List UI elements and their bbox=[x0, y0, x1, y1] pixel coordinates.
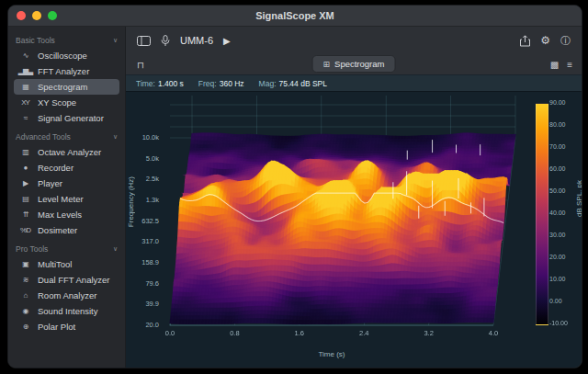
sidebar-item-sound-intensity[interactable]: ◉Sound Intensity bbox=[14, 303, 119, 319]
colorbar-tick-label: 80.00 bbox=[549, 121, 574, 129]
polar-plot-icon: ⊕ bbox=[17, 323, 33, 331]
sidebar-item-level-meter[interactable]: ▤Level Meter bbox=[14, 191, 119, 207]
freq-tick-label: 39.9 bbox=[126, 300, 159, 308]
play-button[interactable]: ▶ bbox=[223, 36, 231, 46]
spectrogram-icon: ▦ bbox=[17, 83, 33, 91]
chevron-down-icon: ∨ bbox=[113, 245, 118, 253]
dual-fft-icon: ≋ bbox=[17, 276, 33, 284]
display-options-icon[interactable]: ≡ bbox=[567, 60, 572, 70]
share-icon[interactable] bbox=[520, 35, 530, 47]
sidebar-item-label: XY Scope bbox=[38, 97, 76, 108]
info-icon[interactable]: ⓘ bbox=[560, 34, 571, 48]
sidebar-item-recorder[interactable]: ●Recorder bbox=[14, 160, 119, 176]
colorbar-tick-label: 60.00 bbox=[549, 165, 574, 173]
sidebar-item-fft-analyzer[interactable]: ▂▆▃FFT Analyzer bbox=[14, 63, 119, 79]
grid-icon: ⊞ bbox=[323, 60, 331, 69]
sidebar-item-label: Spectrogram bbox=[38, 82, 87, 92]
sidebar-item-label: Player bbox=[38, 178, 62, 188]
sidebar-item-label: Room Analyzer bbox=[38, 290, 96, 300]
sidebar-item-label: Polar Plot bbox=[38, 322, 75, 332]
window-controls bbox=[8, 11, 57, 20]
mag-readout: Mag:75.44 dB SPL bbox=[259, 79, 327, 88]
microphone-icon[interactable] bbox=[161, 35, 170, 47]
recorder-icon: ● bbox=[17, 164, 33, 172]
view-tab-bar: ⊓ ⊞ Spectrogram ▩ ≡ bbox=[126, 54, 582, 74]
minimize-window-button[interactable] bbox=[32, 11, 41, 20]
sidebar-section-header-basic-tools[interactable]: Basic Tools∨ bbox=[16, 36, 118, 45]
close-window-button[interactable] bbox=[17, 11, 26, 20]
active-tab-label: Spectrogram bbox=[334, 59, 384, 69]
sidebar-item-max-levels[interactable]: ⇈Max Levels bbox=[14, 207, 119, 222]
sidebar-item-multitool[interactable]: ▣MultiTool bbox=[14, 256, 119, 272]
time-tick-label: 2.4 bbox=[359, 330, 368, 337]
time-tick-label: 0.8 bbox=[230, 330, 239, 337]
freq-tick-label: 79.6 bbox=[126, 280, 159, 288]
sidebar-item-octave-analyzer[interactable]: ▥Octave Analyzer bbox=[14, 144, 119, 160]
sidebar-toggle-icon[interactable] bbox=[137, 36, 151, 46]
sidebar-item-label: Oscilloscope bbox=[38, 51, 87, 61]
input-device-selector[interactable]: UMM-6 bbox=[180, 35, 213, 46]
xy-scope-icon: XY bbox=[17, 98, 33, 107]
colorbar-tick-label: 0.00 bbox=[549, 298, 574, 305]
freq-tick-label: 1.3k bbox=[126, 197, 159, 204]
title-bar: SignalScope XM bbox=[8, 6, 582, 27]
time-tick-label: 4.0 bbox=[489, 330, 498, 337]
freq-tick-label: 158.9 bbox=[126, 259, 159, 266]
dosimeter-icon: %D bbox=[17, 226, 33, 234]
waterfall-view-icon[interactable]: ▩ bbox=[550, 60, 559, 70]
freq-tick-label: 317.0 bbox=[126, 238, 159, 245]
sidebar-item-signal-generator[interactable]: ≈Signal Generator bbox=[14, 110, 119, 126]
colorbar-tick-label: 70.00 bbox=[549, 143, 574, 151]
player-icon: ▶ bbox=[17, 179, 33, 187]
sidebar-section-header-pro-tools[interactable]: Pro Tools∨ bbox=[16, 244, 118, 254]
sidebar-item-label: Dual FFT Analyzer bbox=[38, 275, 110, 285]
sidebar-item-dual-fft-analyzer[interactable]: ≋Dual FFT Analyzer bbox=[14, 272, 119, 288]
colorbar-tick-label: 50.00 bbox=[549, 187, 574, 195]
sidebar: Basic Tools∨∿Oscilloscope▂▆▃FFT Analyzer… bbox=[8, 27, 126, 368]
freq-tick-label: 2.5k bbox=[126, 176, 159, 183]
colorbar-tick-label: -10.00 bbox=[549, 320, 574, 327]
octave-analyzer-icon: ▥ bbox=[17, 148, 33, 156]
zoom-window-button[interactable] bbox=[48, 11, 57, 20]
tab-spectrogram[interactable]: ⊞ Spectrogram bbox=[312, 55, 396, 73]
sidebar-item-room-analyzer[interactable]: ⌂Room Analyzer bbox=[14, 288, 119, 303]
sound-intensity-icon: ◉ bbox=[17, 307, 33, 315]
max-levels-icon: ⇈ bbox=[17, 210, 33, 219]
cursor-readout-bar: Time:1.400 s Freq:360 Hz Mag:75.44 dB SP… bbox=[126, 74, 582, 92]
sidebar-item-player[interactable]: ▶Player bbox=[14, 176, 119, 191]
sidebar-item-oscilloscope[interactable]: ∿Oscilloscope bbox=[14, 48, 119, 63]
meter-scale-icon[interactable]: ⊓ bbox=[137, 60, 144, 70]
gear-icon[interactable]: ⚙ bbox=[540, 34, 550, 47]
sidebar-item-xy-scope[interactable]: XYXY Scope bbox=[14, 95, 119, 110]
main-area: UMM-6 ▶ ⚙ ⓘ ⊓ ⊞ Spectrogram ▩ ≡ bbox=[126, 27, 582, 368]
sidebar-item-label: Level Meter bbox=[38, 194, 84, 204]
freq-tick-label: 20.0 bbox=[126, 322, 159, 329]
time-tick-label: 3.2 bbox=[424, 330, 433, 337]
sidebar-section-header-advanced-tools[interactable]: Advanced Tools∨ bbox=[16, 132, 118, 142]
sidebar-item-spectrogram[interactable]: ▦Spectrogram bbox=[14, 79, 119, 95]
sidebar-item-label: Max Levels bbox=[38, 210, 82, 220]
sidebar-item-label: FFT Analyzer bbox=[38, 66, 89, 76]
freq-readout: Freq:360 Hz bbox=[198, 79, 244, 88]
colorbar-tick-label: 10.00 bbox=[549, 276, 574, 283]
colorbar-tick-label: 30.00 bbox=[549, 232, 574, 239]
x-axis-title: Time (s) bbox=[318, 350, 345, 358]
sidebar-item-label: MultiTool bbox=[38, 259, 73, 269]
window-title: SignalScope XM bbox=[8, 10, 582, 21]
spectrogram-3d-surface[interactable] bbox=[163, 96, 526, 340]
sidebar-item-dosimeter[interactable]: %DDosimeter bbox=[14, 222, 119, 238]
colorbar[interactable] bbox=[536, 103, 548, 325]
colorbar-tick-label: 40.00 bbox=[549, 210, 574, 217]
sidebar-item-polar-plot[interactable]: ⊕Polar Plot bbox=[14, 319, 119, 334]
colorbar-tick-label: 90.00 bbox=[549, 99, 574, 107]
time-readout: Time:1.400 s bbox=[136, 79, 184, 88]
sidebar-item-label: Recorder bbox=[38, 163, 74, 173]
fft-analyzer-icon: ▂▆▃ bbox=[17, 67, 33, 75]
chevron-down-icon: ∨ bbox=[113, 133, 118, 141]
section-label: Pro Tools bbox=[16, 244, 48, 254]
time-tick-label: 1.6 bbox=[295, 330, 304, 337]
signal-generator-icon: ≈ bbox=[17, 114, 33, 122]
chevron-down-icon: ∨ bbox=[113, 37, 118, 44]
sidebar-item-label: Signal Generator bbox=[38, 113, 104, 123]
level-meter-icon: ▤ bbox=[17, 195, 33, 203]
